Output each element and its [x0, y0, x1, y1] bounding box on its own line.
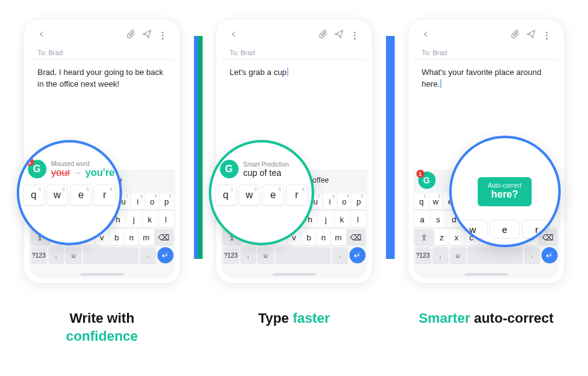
key[interactable]: x: [450, 229, 463, 245]
send-icon[interactable]: [334, 29, 344, 42]
key[interactable]: ☺: [66, 247, 82, 263]
key[interactable]: [467, 247, 523, 263]
message-body[interactable]: Let's grab a cup: [221, 59, 367, 86]
key[interactable]: 9o: [146, 193, 159, 209]
key[interactable]: s: [431, 211, 445, 227]
accent-bar: [198, 36, 203, 259]
kbd-row-4: ?123,☺.↵: [31, 247, 173, 263]
key[interactable]: j: [126, 211, 141, 227]
key[interactable]: ⇧: [415, 229, 434, 245]
key[interactable]: .: [332, 247, 348, 263]
grammarly-icon: G: [220, 160, 239, 178]
phone-frame: To: Brad Let's grab a cup G cup of coffe…: [216, 19, 373, 284]
key[interactable]: n: [317, 229, 330, 245]
attach-icon[interactable]: [318, 29, 328, 42]
zoom-callout: G Smart Prediction cup of tea 1q 2w 3e 4…: [209, 140, 314, 245]
zoom-keys: 1q 2w 3e 4r: [19, 178, 120, 206]
nav-bar: [413, 24, 559, 46]
panel-type-faster: To: Brad Let's grab a cup G cup of coffe…: [208, 19, 381, 285]
key[interactable]: ☺: [450, 247, 466, 263]
key[interactable]: 4r: [286, 185, 307, 206]
overflow-icon[interactable]: [542, 30, 552, 40]
grammarly-icon: G1: [28, 160, 46, 178]
key[interactable]: ,: [240, 247, 257, 263]
key[interactable]: [83, 247, 139, 263]
key[interactable]: [275, 247, 331, 263]
to-field[interactable]: To: Brad: [413, 46, 559, 59]
key[interactable]: 3e: [262, 185, 284, 206]
callout-prediction[interactable]: cup of tea: [244, 168, 289, 178]
key[interactable]: m: [331, 229, 345, 245]
key[interactable]: ,: [432, 247, 449, 263]
key[interactable]: ?123: [31, 247, 47, 263]
tooltip-label: Auto-correct: [488, 182, 521, 189]
back-icon[interactable]: [37, 29, 46, 42]
key[interactable]: 1q: [415, 193, 428, 209]
key[interactable]: ☺: [258, 247, 274, 263]
send-icon[interactable]: [526, 29, 536, 42]
key[interactable]: n: [125, 229, 138, 245]
key[interactable]: ↵: [349, 247, 366, 263]
overflow-icon[interactable]: [350, 30, 360, 40]
zoom-callout: G1 Misused word your→you're 1q 2w 3e 4r: [17, 140, 122, 245]
key[interactable]: k: [143, 211, 157, 227]
attach-icon[interactable]: [510, 29, 520, 42]
kbd-row-4: ?123,☺.↵: [223, 247, 366, 263]
key[interactable]: 3e: [70, 185, 92, 206]
key[interactable]: 2w: [46, 185, 68, 206]
key[interactable]: ↵: [157, 247, 173, 263]
home-indicator: [465, 273, 508, 276]
key[interactable]: ⌫: [346, 229, 366, 245]
message-body[interactable]: What's your favorite place around here.: [413, 59, 559, 98]
key[interactable]: b: [110, 229, 123, 245]
key[interactable]: ⌫: [154, 229, 173, 245]
tooltip-suggestion: here?: [488, 189, 521, 200]
key[interactable]: z: [435, 229, 449, 245]
key[interactable]: 0p: [160, 193, 173, 209]
home-indicator: [81, 273, 124, 276]
panels-row: To: Brad Brad, I heard your going to be …: [15, 19, 573, 285]
key[interactable]: 8i: [131, 193, 144, 209]
phone-frame: To: Brad Brad, I heard your going to be …: [24, 19, 181, 284]
overflow-icon[interactable]: [158, 30, 168, 40]
key[interactable]: 1q: [215, 185, 237, 206]
key[interactable]: 0p: [352, 193, 365, 209]
phone-frame: To: Brad What's your favorite place arou…: [408, 19, 565, 284]
grammarly-icon[interactable]: G1: [418, 172, 436, 189]
nav-bar: [29, 24, 175, 46]
captions-row: Write withconfidence Type faster Smarter…: [0, 310, 588, 345]
callout-correction[interactable]: your→you're: [51, 167, 115, 178]
key[interactable]: 2w: [239, 185, 260, 206]
to-field[interactable]: To: Brad: [29, 46, 175, 59]
key[interactable]: 8i: [323, 193, 336, 209]
key[interactable]: l: [159, 211, 173, 227]
attach-icon[interactable]: [126, 29, 136, 42]
key[interactable]: m: [139, 229, 153, 245]
key[interactable]: 2w: [429, 193, 442, 209]
key[interactable]: k: [335, 211, 349, 227]
caption-2: Type faster: [208, 310, 381, 345]
key[interactable]: 9o: [338, 193, 351, 209]
key[interactable]: ,: [48, 247, 64, 263]
key[interactable]: a: [415, 211, 429, 227]
key[interactable]: 1q: [23, 185, 45, 206]
panel-smarter-autocorrect: To: Brad What's your favorite place arou…: [400, 19, 573, 285]
key[interactable]: b: [302, 229, 315, 245]
key[interactable]: j: [318, 211, 333, 227]
send-icon[interactable]: [142, 29, 152, 42]
back-icon[interactable]: [229, 29, 239, 42]
caption-1: Write withconfidence: [15, 310, 189, 345]
key[interactable]: l: [351, 211, 366, 227]
to-field[interactable]: To: Brad: [221, 46, 367, 59]
message-body[interactable]: Brad, I heard your going to be back in t…: [29, 59, 175, 98]
autocorrect-tooltip[interactable]: Auto-correct here?: [478, 177, 531, 206]
key[interactable]: ?123: [415, 247, 431, 263]
nav-bar: [221, 24, 367, 46]
key[interactable]: .: [140, 247, 156, 263]
back-icon[interactable]: [421, 29, 431, 42]
key[interactable]: e: [489, 220, 520, 238]
key[interactable]: ?123: [223, 247, 239, 263]
key[interactable]: .: [524, 247, 540, 263]
key[interactable]: 4r: [94, 185, 115, 206]
key[interactable]: ↵: [542, 247, 558, 263]
